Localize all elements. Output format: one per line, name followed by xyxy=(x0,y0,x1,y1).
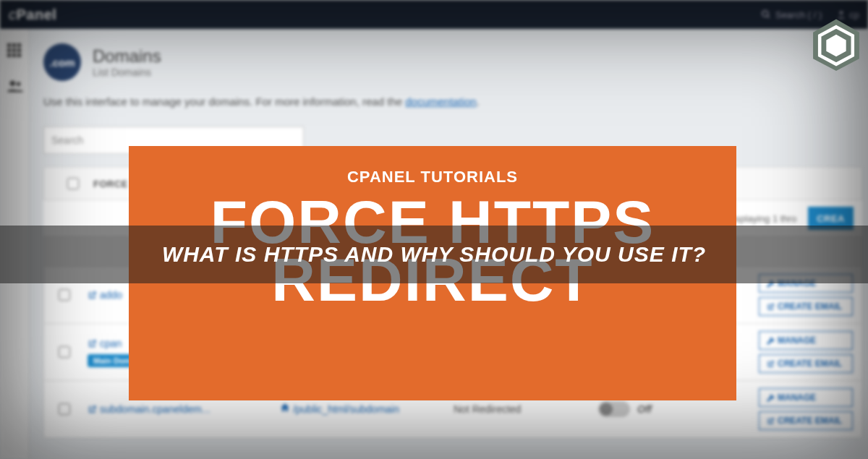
row-checkbox[interactable] xyxy=(59,346,70,358)
home-icon xyxy=(280,403,290,413)
sidebar-users-icon[interactable] xyxy=(7,80,22,94)
row-checkbox[interactable] xyxy=(59,289,70,301)
external-link-icon xyxy=(767,417,775,425)
domain-link[interactable]: addo xyxy=(88,289,122,301)
manage-button[interactable]: MANAGE xyxy=(759,331,853,350)
create-email-button[interactable]: CREATE EMAIL xyxy=(759,411,853,430)
intro-text: Use this interface to manage your domain… xyxy=(43,95,862,108)
wrench-icon xyxy=(767,394,775,402)
caption-bar: WHAT IS HTTPS AND WHY SHOULD YOU USE IT? xyxy=(0,226,868,283)
force-label: FORCE xyxy=(93,179,128,189)
caption-text: WHAT IS HTTPS AND WHY SHOULD YOU USE IT? xyxy=(162,242,706,267)
external-link-icon xyxy=(88,291,97,300)
topbar: cPanel Search ( / ) cp xyxy=(0,0,868,29)
page-icon: .com xyxy=(43,43,81,81)
external-link-icon xyxy=(767,303,775,311)
domain-link[interactable]: cpan xyxy=(88,338,122,349)
select-all-checkbox[interactable] xyxy=(67,178,79,189)
page-title: Domains xyxy=(93,46,161,67)
sidebar-apps-icon[interactable] xyxy=(7,43,22,58)
manage-button[interactable]: MANAGE xyxy=(759,388,853,407)
search-icon xyxy=(761,9,771,20)
wrench-icon xyxy=(767,337,775,345)
documentation-link[interactable]: documentation xyxy=(405,95,476,108)
toggle-label: Off xyxy=(637,403,652,415)
external-link-icon xyxy=(88,339,97,348)
https-toggle[interactable] xyxy=(598,401,630,417)
external-link-icon xyxy=(88,405,97,414)
document-root-link[interactable]: /public_html/subdomain xyxy=(280,403,399,415)
svg-point-3 xyxy=(9,81,14,86)
brand-logo: cPanel xyxy=(9,7,56,23)
create-email-button[interactable]: CREATE EMAIL xyxy=(759,354,853,373)
svg-point-4 xyxy=(16,82,20,87)
svg-line-1 xyxy=(767,16,770,18)
page-subtitle: List Domains xyxy=(93,67,161,78)
redirect-status: Not Redirected xyxy=(454,403,598,415)
tutorial-kicker: CPANEL TUTORIALS xyxy=(347,168,518,186)
external-link-icon xyxy=(767,360,775,368)
pagination-status: Displaying 1 thro xyxy=(726,213,796,224)
svg-point-0 xyxy=(762,11,768,17)
row-checkbox[interactable] xyxy=(59,403,70,415)
corner-logo-icon xyxy=(809,16,864,74)
create-email-button[interactable]: CREATE EMAIL xyxy=(759,297,853,316)
domain-link[interactable]: subdomain.cpaneldem... xyxy=(88,403,210,415)
svg-point-2 xyxy=(840,11,843,14)
